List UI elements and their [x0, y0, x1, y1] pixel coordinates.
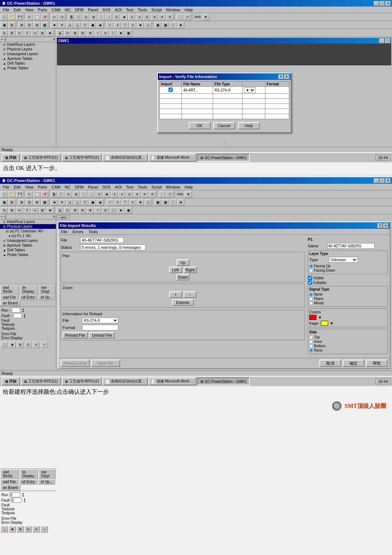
b-fault-spinner[interactable]: ▲ ▼ — [23, 313, 26, 318]
tb2-m1[interactable]: ⊿ — [66, 22, 73, 28]
b-tb3-sq4[interactable]: ▣ — [125, 207, 132, 214]
b-menu-script[interactable]: Script — [149, 185, 164, 190]
menu-test[interactable]: Test — [124, 7, 135, 12]
b-tb-circ[interactable]: ⊙ — [126, 191, 133, 198]
zoom-minus-btn[interactable]: - — [184, 291, 197, 298]
fir-cancel-btn[interactable]: 取消 — [319, 360, 341, 367]
tb3-sq1[interactable]: ■ — [46, 30, 54, 36]
b-tb3-print[interactable]: 🖨 — [56, 207, 64, 214]
b-tb-b3[interactable]: ↑ — [80, 191, 87, 198]
tb-eq[interactable]: ≡ — [128, 14, 135, 20]
minimize-btn[interactable]: _ — [374, 1, 379, 6]
tb3-arr4[interactable]: ⊞ — [39, 30, 46, 36]
ok-button[interactable]: OK — [189, 122, 211, 129]
tb-new[interactable]: □ — [1, 14, 8, 20]
b-icon-btn4[interactable]: ⊙ — [25, 341, 32, 348]
side-none-radio[interactable] — [309, 349, 313, 352]
menu-file[interactable]: File — [1, 7, 12, 12]
menu-panel[interactable]: Panel — [86, 7, 100, 12]
tb3-arr1[interactable]: ⇐ — [16, 30, 23, 36]
tb2-grid3[interactable]: ⊞ — [33, 22, 41, 28]
taskbar-btn-1-2[interactable]: 🖥 工艺指导书PD1(2) — [62, 154, 102, 162]
b-tb-save[interactable]: 💾 — [16, 191, 23, 198]
reload-file-btn[interactable]: Reload File — [62, 332, 88, 339]
b-tb2-g1[interactable]: ⊞ — [18, 199, 25, 206]
tb2-b1[interactable]: ⊞ — [8, 22, 16, 28]
b-menu-window[interactable]: Window — [164, 185, 182, 190]
tree-drill[interactable]: ▲ Drill Tables — [0, 61, 56, 66]
color-swatch1[interactable] — [309, 315, 317, 320]
tb-b2[interactable]: ⊕ — [90, 14, 97, 20]
fir-menu-file[interactable]: File — [59, 229, 70, 234]
prev-file-btn[interactable]: Previous File — [61, 360, 90, 367]
b-tab-ultentry[interactable]: ult Entry — [19, 295, 38, 300]
b-fault-input[interactable] — [11, 313, 22, 318]
tb2-diamond[interactable]: ◇ — [144, 22, 152, 28]
tb-dot[interactable]: · — [176, 14, 183, 20]
gwk1-min[interactable]: _ — [379, 39, 384, 43]
b-tb-copy[interactable]: 📋 — [33, 191, 41, 198]
st-none-radio[interactable] — [309, 293, 313, 296]
row-check[interactable] — [159, 87, 181, 94]
b-tab-loadbinse[interactable]: oad BinSe — [0, 285, 19, 294]
b-tb2-r1[interactable]: ▩ — [41, 199, 48, 206]
b-menu-view[interactable]: View — [23, 185, 36, 190]
info-format-input[interactable] — [82, 325, 118, 331]
b-tree-hole-rout[interactable]: ⊙ Hole/Rout Layers — [0, 219, 56, 224]
b-tab-eardispl[interactable]: ear Displ — [39, 285, 56, 294]
b-tb2-p2[interactable]: ■ — [137, 199, 144, 206]
b-tb3-sq2[interactable]: □ — [110, 207, 117, 214]
tb2-v1[interactable]: ∨ — [114, 22, 121, 28]
tb-b1[interactable]: ⊙ — [82, 14, 90, 20]
tb2-tri[interactable]: ▽ — [81, 22, 89, 28]
menu-dfm[interactable]: DFM — [73, 7, 86, 12]
b-tb-cut[interactable]: ✂ — [26, 191, 33, 198]
tb-eq2[interactable]: ≡ — [136, 14, 143, 20]
editable-checkbox[interactable] — [308, 280, 312, 285]
b-run-up[interactable]: ▲ — [22, 308, 24, 310]
b-tb2-sq[interactable]: ◼ — [89, 199, 96, 206]
st-plane-radio[interactable] — [309, 297, 313, 301]
type-select[interactable]: Unknown — [329, 257, 358, 263]
menu-aoi[interactable]: AOI — [113, 7, 124, 12]
tb-save[interactable]: 💾 — [16, 14, 23, 20]
b-tb3-a2[interactable]: ⇑ — [24, 207, 31, 214]
menu-help[interactable]: Help — [182, 7, 195, 12]
b-tb-sq[interactable]: ■ — [103, 191, 110, 198]
tb-sq[interactable]: ■ — [121, 14, 128, 20]
b-tree-physical[interactable]: ⊟ Physical Layers — [0, 224, 56, 229]
tb-open[interactable]: 📂 — [8, 14, 16, 20]
side-bottom-radio[interactable] — [309, 344, 313, 348]
help-button[interactable]: Help — [238, 122, 260, 129]
tb-cut[interactable]: ✂ — [26, 14, 33, 20]
b-menu-panel[interactable]: Panel — [86, 185, 100, 190]
b-run-down[interactable]: ▼ — [22, 310, 24, 313]
b-tb-x3[interactable]: ✕ — [149, 191, 156, 198]
b-menu-nc[interactable]: NC — [63, 185, 73, 190]
b-tb2-check[interactable]: ✓ — [106, 199, 114, 206]
b-tb2-v1[interactable]: ∨ — [114, 199, 121, 206]
fir-menu-errors[interactable]: Errors — [70, 229, 86, 234]
tb2-r1[interactable]: ▩ — [41, 22, 48, 28]
tb3-minus[interactable]: ⊝ — [102, 30, 109, 36]
b-tb2-s1[interactable]: ✦ — [58, 199, 66, 206]
tb-circ[interactable]: ⊙ — [143, 14, 151, 20]
b-tree-probe[interactable]: ▲ Probe Tables — [0, 252, 56, 257]
tb3-sq3[interactable]: ■ — [117, 30, 124, 36]
tb-b4[interactable]: ↓ — [105, 14, 113, 20]
bottom-minimize-btn[interactable]: _ — [374, 178, 379, 183]
taskbar-btn-2-5[interactable]: 🖥 GC-PowerStation - GWK1 — [197, 377, 250, 385]
b-tb-dd[interactable]: ▼ — [185, 191, 192, 198]
menu-window[interactable]: Window — [164, 7, 182, 12]
gwk1-max[interactable]: □ — [385, 39, 390, 43]
b-tb3-b1[interactable]: ⊞ — [8, 207, 16, 214]
menu-tools[interactable]: Tools — [136, 7, 150, 12]
b-tree-physical-child1[interactable]: ⊟ (e) P1 'Unknown '40-' — [0, 229, 56, 234]
tb2-star[interactable]: ✦ — [58, 22, 66, 28]
tree-physical[interactable]: ⊙ Physical Layers — [0, 47, 56, 52]
b-tb2-lay3[interactable]: □ — [170, 199, 177, 206]
b-panel-close[interactable]: × — [53, 215, 55, 219]
b-tree-unassigned[interactable]: ⊙ Unassigned Layers — [0, 238, 56, 243]
b-menu-test[interactable]: Test — [124, 185, 135, 190]
b-tb2-loz[interactable]: ◆ — [97, 199, 104, 206]
